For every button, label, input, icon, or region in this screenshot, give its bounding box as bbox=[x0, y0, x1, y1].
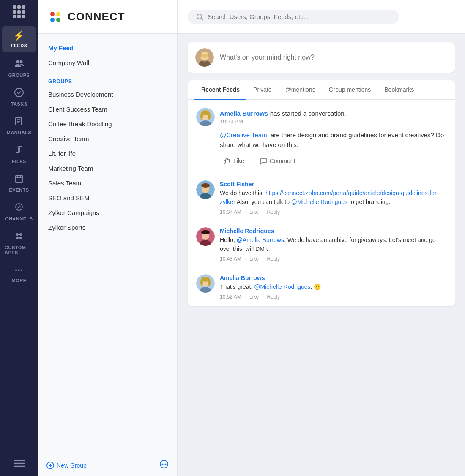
sidebar-item-groups[interactable]: GROUPS bbox=[2, 54, 36, 82]
comment-label: Comment bbox=[270, 158, 295, 164]
sidebar-item-custom-apps[interactable]: CUSTOM APPS bbox=[2, 227, 36, 259]
sidebar-item-files[interactable]: FILES bbox=[2, 141, 36, 168]
svg-point-17 bbox=[19, 237, 22, 239]
feeds-icon: ⚡ bbox=[13, 30, 25, 41]
post-author-avatar bbox=[196, 108, 215, 126]
comment-icon bbox=[260, 157, 267, 165]
like-label: Like bbox=[233, 158, 244, 164]
hamburger-menu-button[interactable] bbox=[14, 459, 25, 476]
manuals-icon bbox=[14, 117, 24, 128]
groups-section: GROUPS Business Development Client Succe… bbox=[38, 73, 177, 235]
svg-point-22 bbox=[50, 12, 55, 16]
comment-author-amelia: Amelia Burrows bbox=[220, 275, 265, 281]
left-sidebar: CONNECT My Feed Company Wall GROUPS Busi… bbox=[38, 0, 178, 476]
more-circle-icon bbox=[159, 460, 169, 469]
grid-menu-button[interactable] bbox=[11, 4, 27, 19]
groups-section-title: GROUPS bbox=[38, 73, 177, 87]
svg-point-46 bbox=[208, 113, 211, 120]
search-input[interactable] bbox=[208, 13, 391, 20]
svg-point-55 bbox=[201, 230, 210, 234]
sidebar-item-channels[interactable]: CHANNELS bbox=[2, 199, 36, 226]
svg-point-31 bbox=[162, 464, 163, 465]
my-feed-link[interactable]: My Feed bbox=[38, 41, 177, 55]
svg-point-1 bbox=[20, 60, 23, 63]
comment-avatar-amelia bbox=[196, 274, 215, 293]
tab-group-mentions[interactable]: Group mentions bbox=[322, 80, 378, 100]
sidebar-nav: My Feed Company Wall GROUPS Business Dev… bbox=[38, 34, 177, 454]
app-name: CONNECT bbox=[68, 10, 125, 23]
mention-michelle: @Michelle Rodrigues bbox=[291, 199, 347, 205]
svg-point-60 bbox=[200, 279, 203, 286]
tab-recent-feeds[interactable]: Recent Feeds bbox=[194, 80, 246, 100]
comment-amelia-burrows-reply: Amelia Burrows That's great, @Michelle R… bbox=[188, 268, 455, 306]
tab-bookmarks[interactable]: Bookmarks bbox=[377, 80, 421, 100]
comment-content-amelia: Amelia Burrows That's great, @Michelle R… bbox=[220, 274, 446, 300]
like-button[interactable]: Like bbox=[220, 155, 248, 166]
feed-tabs: Recent Feeds Private @mentions Group men… bbox=[188, 80, 455, 100]
comment-scott-fisher: Scott Fisher We do have this: https://co… bbox=[188, 174, 455, 221]
svg-point-23 bbox=[56, 12, 60, 16]
comment-michelle-rodrigues: Michelle Rodrigues Hello, @Amelia Burrow… bbox=[188, 221, 455, 268]
svg-point-61 bbox=[208, 279, 211, 286]
group-coffee-break-doodling[interactable]: Coffee Break Doodling bbox=[38, 117, 177, 131]
main-area: Recent Feeds Private @mentions Group men… bbox=[178, 0, 465, 476]
comment-reply-amelia[interactable]: Reply bbox=[267, 294, 280, 300]
events-icon bbox=[14, 174, 24, 186]
comment-reply-michelle[interactable]: Reply bbox=[267, 256, 280, 262]
compose-box bbox=[188, 42, 455, 73]
sidebar-item-manuals[interactable]: MANUALS bbox=[2, 112, 36, 139]
svg-point-24 bbox=[50, 18, 55, 22]
group-creative-team[interactable]: Creative Team bbox=[38, 131, 177, 146]
group-seo-and-sem[interactable]: SEO and SEM bbox=[38, 190, 177, 205]
group-zylker-campaigns[interactable]: Zylker Campaigns bbox=[38, 205, 177, 220]
search-bar[interactable] bbox=[188, 10, 399, 24]
post-action-text: has started a conversation. bbox=[270, 110, 346, 117]
company-wall-link[interactable]: Company Wall bbox=[38, 55, 177, 70]
search-icon bbox=[196, 13, 203, 21]
comment-meta-amelia: 10:52 AM · Like · Reply bbox=[220, 294, 446, 300]
compose-input[interactable] bbox=[220, 54, 447, 61]
post-author-name: Amelia Burrows bbox=[220, 110, 268, 117]
more-icon: ··· bbox=[15, 265, 23, 276]
sidebar-more-button[interactable] bbox=[159, 460, 169, 471]
tasks-icon bbox=[14, 88, 24, 100]
svg-point-40 bbox=[200, 53, 209, 62]
svg-point-0 bbox=[16, 60, 19, 63]
logo-area: CONNECT bbox=[46, 8, 125, 26]
post-time: 10:23 AM bbox=[220, 118, 446, 125]
comment-reply-scott[interactable]: Reply bbox=[267, 209, 280, 215]
sidebar-item-tasks[interactable]: TASKS bbox=[2, 84, 36, 111]
comment-like-michelle[interactable]: Like bbox=[249, 256, 259, 262]
comment-author-scott: Scott Fisher bbox=[220, 181, 254, 188]
comment-text-amelia: That's great, @Michelle Rodrigues. 🙂 bbox=[220, 283, 446, 291]
comment-text-michelle: Hello, @Amelia Burrows. We do have an ar… bbox=[220, 236, 446, 253]
sidebar-item-more[interactable]: ··· MORE bbox=[2, 261, 36, 287]
comment-avatar-scott bbox=[196, 180, 215, 199]
group-business-development[interactable]: Business Development bbox=[38, 87, 177, 102]
group-sales-team[interactable]: Sales Team bbox=[38, 176, 177, 190]
tab-mentions[interactable]: @mentions bbox=[279, 80, 322, 100]
comment-like-amelia[interactable]: Like bbox=[249, 294, 259, 300]
group-zylker-sports[interactable]: Zylker Sports bbox=[38, 220, 177, 235]
icon-sidebar: ⚡ FEEDS GROUPS TASKS bbox=[0, 0, 38, 476]
svg-point-26 bbox=[54, 15, 57, 19]
comment-like-scott[interactable]: Like bbox=[249, 209, 259, 215]
group-client-success-team[interactable]: Client Success Team bbox=[38, 102, 177, 117]
svg-rect-9 bbox=[15, 176, 23, 182]
compose-avatar bbox=[195, 48, 214, 67]
group-marketing-team[interactable]: Marketing Team bbox=[38, 161, 177, 176]
mention-creative-team: @Creative Team bbox=[220, 131, 267, 139]
svg-point-51 bbox=[201, 183, 210, 188]
svg-point-16 bbox=[16, 237, 19, 239]
sidebar-item-feeds[interactable]: ⚡ FEEDS bbox=[2, 26, 36, 52]
tab-private[interactable]: Private bbox=[246, 80, 279, 100]
logo-icon bbox=[46, 8, 64, 26]
group-lit-for-life[interactable]: Lit. for life bbox=[38, 146, 177, 161]
comment-button[interactable]: Comment bbox=[256, 155, 299, 166]
sidebar-item-events[interactable]: EVENTS bbox=[2, 170, 36, 197]
posts-container: Amelia Burrows has started a conversatio… bbox=[188, 100, 455, 306]
new-group-button[interactable]: New Group bbox=[46, 462, 87, 469]
comment-meta-scott: 10:37 AM · Like · Reply bbox=[220, 209, 446, 215]
plus-circle-icon bbox=[46, 462, 54, 469]
post-meta: Amelia Burrows has started a conversatio… bbox=[220, 110, 446, 125]
